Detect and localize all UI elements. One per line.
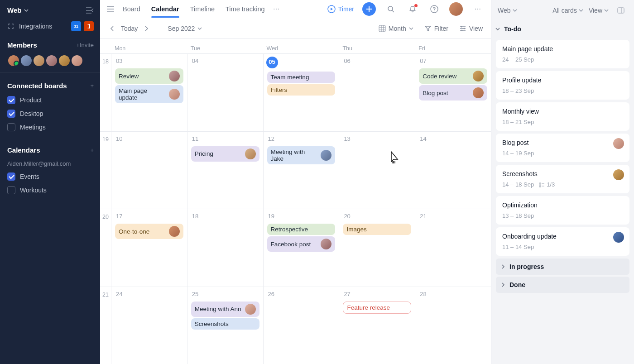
calendar-card[interactable]: Filters (267, 84, 336, 96)
day-number: 10 (114, 134, 184, 145)
today-button[interactable]: Today (121, 25, 138, 32)
calendar: MonTueWedThuFri 1803ReviewMain page upda… (100, 39, 491, 364)
tab-time-tracking[interactable]: Time tracking (226, 2, 264, 16)
workspace-selector[interactable]: Web (7, 6, 29, 14)
close-panel-button[interactable] (614, 4, 628, 17)
section-header[interactable]: Done (496, 277, 629, 293)
todo-card[interactable]: Monthly view18 – 21 Sep (496, 102, 629, 131)
more-tabs-icon[interactable]: ⋯ (273, 5, 279, 13)
day-cell[interactable]: 11Pricing (187, 132, 263, 209)
current-user-avatar[interactable] (449, 2, 463, 16)
day-cell[interactable]: 05Team meetingFilters (263, 54, 339, 131)
day-cell[interactable]: 21 (415, 209, 491, 287)
timer-button[interactable]: Timer (327, 5, 354, 13)
card-dates: 11 – 14 Sep (502, 244, 534, 250)
calendar-card[interactable]: Blog post (419, 85, 487, 101)
calendar-item[interactable]: Events (0, 170, 100, 183)
calendar-card[interactable]: Images (343, 224, 411, 235)
notifications-button[interactable] (406, 2, 419, 16)
day-cell[interactable]: 03ReviewMain page update (111, 54, 187, 131)
day-number: 26 (266, 290, 336, 300)
day-cell[interactable]: 24 (111, 287, 187, 364)
tab-timeline[interactable]: Timeline (190, 2, 215, 16)
svg-point-1 (388, 6, 393, 11)
calendar-card[interactable]: One-to-one (115, 224, 183, 239)
next-period-button[interactable] (142, 24, 150, 33)
more-icon[interactable]: ⋯ (471, 2, 485, 16)
day-number: 24 (114, 290, 184, 300)
right-view-selector[interactable]: View (589, 7, 609, 14)
day-cell[interactable]: 19RetrospectiveFacebook post (263, 209, 339, 287)
avatar[interactable] (71, 54, 83, 67)
calendar-card[interactable]: Meeting with Ann (191, 302, 259, 317)
filter-button[interactable]: Filter (424, 25, 448, 32)
section-header[interactable]: In progress (496, 259, 629, 275)
section-header[interactable]: To-do (491, 21, 634, 37)
right-cards-filter[interactable]: All cards (552, 7, 583, 14)
calendar-card[interactable]: Screenshots (191, 318, 259, 330)
day-cell[interactable]: 06 (339, 54, 415, 131)
board-item[interactable]: Product (0, 93, 100, 107)
day-cell[interactable]: 12Meeting with Jake (263, 132, 339, 209)
menu-icon[interactable] (106, 6, 115, 12)
day-cell[interactable]: 10 (111, 132, 187, 209)
tab-calendar[interactable]: Calendar (151, 2, 179, 16)
board-item[interactable]: Desktop (0, 107, 100, 120)
card-title: Blog post (423, 90, 448, 96)
todo-card[interactable]: Optimization13 – 18 Sep (496, 196, 629, 225)
avatar[interactable] (7, 54, 20, 67)
avatar[interactable] (45, 54, 58, 67)
office365-icon[interactable] (84, 21, 94, 31)
calendar-card[interactable]: Pricing (191, 146, 259, 162)
scale-label: Month (389, 25, 406, 32)
calendar-card[interactable]: Main page update (115, 85, 183, 103)
day-cell[interactable]: 14 (415, 132, 491, 209)
avatar[interactable] (58, 54, 71, 67)
card-title: Optimization (502, 201, 623, 209)
avatar[interactable] (20, 54, 33, 67)
search-button[interactable] (384, 2, 398, 16)
help-button[interactable] (427, 2, 441, 16)
tab-board[interactable]: Board (123, 2, 140, 16)
invite-button[interactable]: +Invite (76, 42, 94, 48)
todo-card[interactable]: Main page update24 – 25 Sep (496, 40, 629, 68)
prev-period-button[interactable] (108, 24, 116, 33)
todo-card[interactable]: Screenshots14 – 18 Sep1/3 (496, 165, 629, 193)
google-calendar-icon[interactable] (71, 21, 81, 31)
board-item[interactable]: Meetings (0, 120, 100, 134)
calendar-card[interactable]: Meeting with Jake (267, 146, 336, 164)
scale-selector[interactable]: Month (379, 25, 413, 32)
calendar-card[interactable]: Review (115, 68, 183, 84)
day-cell[interactable]: 04 (187, 54, 263, 131)
calendar-card[interactable]: Facebook post (267, 236, 336, 252)
day-cell[interactable]: 13 (339, 132, 415, 209)
right-workspace-selector[interactable]: Web (498, 7, 517, 14)
calendar-card[interactable]: Retrospective (267, 224, 336, 235)
members-avatars (0, 53, 100, 70)
avatar[interactable] (33, 54, 45, 67)
day-cell[interactable]: 27Feature release (339, 287, 415, 364)
day-cell[interactable]: 26 (263, 287, 339, 364)
collapse-sidebar-icon[interactable] (86, 7, 94, 14)
todo-card[interactable]: Profile update18 – 23 Sep (496, 71, 629, 100)
calendar-card[interactable]: Code review (419, 68, 487, 84)
calendar-card[interactable]: Team meeting (267, 72, 336, 83)
day-cell[interactable]: 28 (415, 287, 491, 364)
sidebar-integrations[interactable]: Integrations (0, 18, 100, 35)
add-button[interactable] (362, 2, 376, 16)
add-calendar-button[interactable]: + (90, 147, 94, 153)
day-cell[interactable]: 18 (187, 209, 263, 287)
todo-card[interactable]: Blog post14 – 19 Sep (496, 134, 629, 162)
period-selector[interactable]: Sep 2022 (168, 25, 202, 32)
day-cell[interactable]: 20Images (339, 209, 415, 287)
day-cell[interactable]: 07Code reviewBlog post (415, 54, 491, 131)
todo-card[interactable]: Onboarding update11 – 14 Sep (496, 227, 629, 256)
calendar-card[interactable]: Feature release (343, 302, 411, 314)
members-heading: Members (7, 41, 37, 49)
day-cell[interactable]: 25Meeting with AnnScreenshots (187, 287, 263, 364)
day-cell[interactable]: 17One-to-one (111, 209, 187, 287)
view-button[interactable]: View (459, 25, 483, 32)
add-board-button[interactable]: + (90, 82, 94, 89)
calendar-item[interactable]: Workouts (0, 183, 100, 197)
right-panel: Web All cards View To-doMain page update… (491, 0, 634, 364)
